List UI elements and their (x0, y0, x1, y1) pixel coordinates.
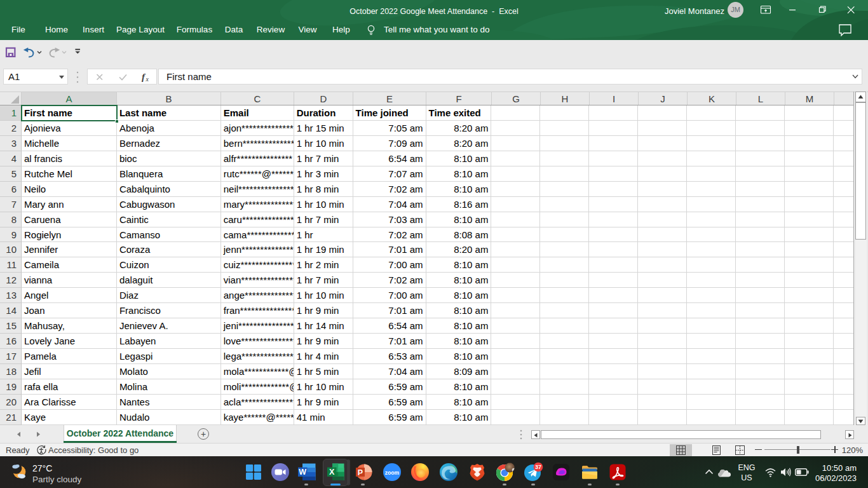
svg-text:P: P (358, 468, 363, 477)
svg-text:zoom: zoom (385, 470, 400, 476)
svg-text:x: x (146, 76, 149, 83)
svg-text:37: 37 (535, 464, 541, 470)
svg-text:X: X (329, 468, 335, 477)
svg-text:W: W (299, 468, 306, 477)
